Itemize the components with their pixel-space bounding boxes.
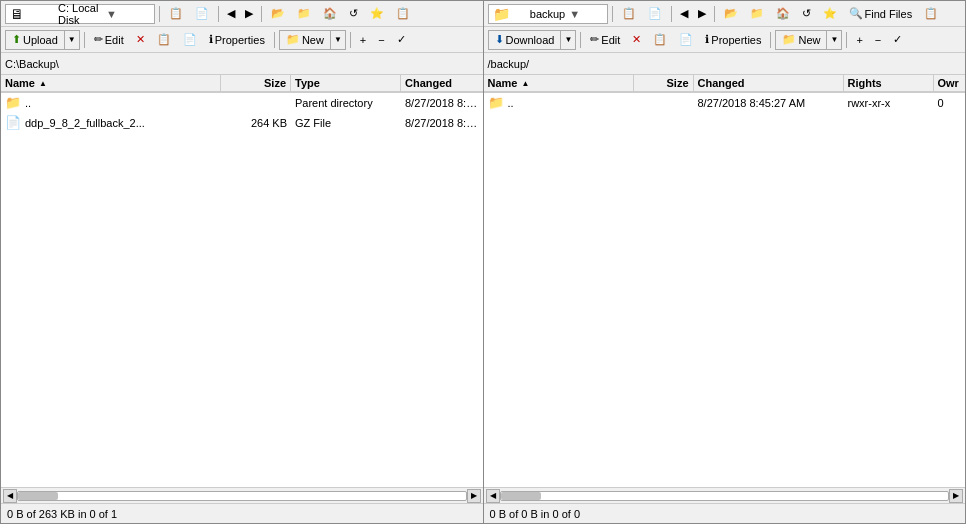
left-row-file1[interactable]: 📄 ddp_9_8_2_fullback_2... 264 KB GZ File… <box>1 113 483 133</box>
right-new-split-btn[interactable]: 📁 New ▼ <box>775 30 842 50</box>
upload-split-btn[interactable]: ⬆ Upload ▼ <box>5 30 80 50</box>
left-delete-btn[interactable]: ✕ <box>131 30 150 50</box>
right-copy3-icon: 📋 <box>653 33 667 46</box>
left-scrollbar-h[interactable]: ◀ ▶ <box>1 487 483 503</box>
right-scroll-right[interactable]: ▶ <box>949 489 963 503</box>
left-address-dropdown[interactable]: 🖥 C: Local Disk ▼ <box>5 4 155 24</box>
right-properties-btn[interactable]: ℹ Properties <box>700 30 766 50</box>
left-path-text: C:\Backup\ <box>5 58 59 70</box>
properties-icon: ℹ <box>209 33 213 46</box>
left-refresh-btn[interactable]: ↺ <box>344 4 363 24</box>
left-scroll-left[interactable]: ◀ <box>3 489 17 503</box>
left-col-type[interactable]: Type <box>291 75 401 91</box>
right-edit-icon: ✏ <box>590 33 599 46</box>
right-fwd-btn[interactable]: ▶ <box>694 4 710 24</box>
right-copy2-btn[interactable]: 📋 <box>919 4 943 24</box>
new-main-btn[interactable]: 📁 New <box>279 30 330 50</box>
right-scroll-track[interactable] <box>500 491 950 501</box>
left-scroll-track[interactable] <box>17 491 467 501</box>
left-row-parent[interactable]: 📁 .. Parent directory 8/27/2018 8:44:14 … <box>1 93 483 113</box>
right-checkmark-icon: ✓ <box>893 33 902 46</box>
right-scroll-left[interactable]: ◀ <box>486 489 500 503</box>
download-split-btn[interactable]: ⬇ Download ▼ <box>488 30 577 50</box>
paste-icon: 📄 <box>195 7 209 20</box>
right-paste-btn[interactable]: 📄 <box>643 4 667 24</box>
left-newfolder-btn[interactable]: 📁 <box>292 4 316 24</box>
right-cell-changed-0: 8/27/2018 8:45:27 AM <box>694 96 844 110</box>
local-disk-icon: 🖥 <box>10 6 54 22</box>
right-copy-btn[interactable]: 📋 <box>617 4 641 24</box>
right-address-arrow: ▼ <box>569 8 602 20</box>
left-col-changed[interactable]: Changed <box>401 75 483 91</box>
file1-name: ddp_9_8_2_fullback_2... <box>25 117 145 129</box>
left-paste-btn[interactable]: 📄 <box>190 4 214 24</box>
right-refresh-btn[interactable]: ↺ <box>797 4 816 24</box>
home-icon: 🏠 <box>323 7 337 20</box>
right-folder-btn[interactable]: 📂 <box>719 4 743 24</box>
right-scrollbar-h[interactable]: ◀ ▶ <box>484 487 966 503</box>
right-panel: 📁 backup ▼ 📋 📄 ◀ ▶ <box>484 0 967 524</box>
left-paste2-btn[interactable]: 📄 <box>178 30 202 50</box>
left-bookmark-btn[interactable]: ⭐ <box>365 4 389 24</box>
left-checkmark-btn[interactable]: ✓ <box>392 30 411 50</box>
new-label: New <box>302 34 324 46</box>
left-folder-btn[interactable]: 📂 <box>266 4 290 24</box>
right-col-size[interactable]: Size <box>634 75 694 91</box>
right-properties-label: Properties <box>711 34 761 46</box>
left-copy2-btn[interactable]: 📋 <box>391 4 415 24</box>
left-scroll-right[interactable]: ▶ <box>467 489 481 503</box>
left-col-name[interactable]: Name ▲ <box>1 75 221 91</box>
right-col-owner[interactable]: Owr <box>934 75 966 91</box>
right-delete-btn[interactable]: ✕ <box>627 30 646 50</box>
left-home-btn[interactable]: 🏠 <box>318 4 342 24</box>
right-plus-btn[interactable]: + <box>851 30 867 50</box>
right-home-btn[interactable]: 🏠 <box>771 4 795 24</box>
left-plus-btn[interactable]: + <box>355 30 371 50</box>
left-back-btn[interactable]: ◀ <box>223 4 239 24</box>
upload-arrow-btn[interactable]: ▼ <box>64 30 80 50</box>
new-arrow-btn[interactable]: ▼ <box>330 30 346 50</box>
left-fwd-btn[interactable]: ▶ <box>241 4 257 24</box>
right-find-icon: 🔍 <box>849 7 863 20</box>
left-minus-btn[interactable]: − <box>373 30 389 50</box>
left-copy-btn[interactable]: 📋 <box>164 4 188 24</box>
left-edit-btn[interactable]: ✏ Edit <box>89 30 129 50</box>
right-action-toolbar: ⬇ Download ▼ ✏ Edit ✕ 📋 📄 <box>484 27 966 53</box>
right-paste2-btn[interactable]: 📄 <box>674 30 698 50</box>
left-properties-btn[interactable]: ℹ Properties <box>204 30 270 50</box>
right-col-changed[interactable]: Changed <box>694 75 844 91</box>
new-split-btn[interactable]: 📁 New ▼ <box>279 30 346 50</box>
right-new-main-btn[interactable]: 📁 New <box>775 30 826 50</box>
right-find-btn[interactable]: 🔍 Find Files <box>844 4 918 24</box>
right-scroll-thumb[interactable] <box>501 492 541 500</box>
right-back-btn[interactable]: ◀ <box>676 4 692 24</box>
edit-icon: ✏ <box>94 33 103 46</box>
right-status-bar: 0 B of 0 B in 0 of 0 <box>484 503 966 523</box>
left-copy3-btn[interactable]: 📋 <box>152 30 176 50</box>
right-cell-size-0 <box>634 102 694 104</box>
download-main-btn[interactable]: ⬇ Download <box>488 30 561 50</box>
right-col-rights[interactable]: Rights <box>844 75 934 91</box>
right-edit-btn[interactable]: ✏ Edit <box>585 30 625 50</box>
right-col-name[interactable]: Name ▲ <box>484 75 634 91</box>
right-address-dropdown[interactable]: 📁 backup ▼ <box>488 4 608 24</box>
left-delete-icon: ✕ <box>136 33 145 46</box>
left-scroll-thumb[interactable] <box>18 492 58 500</box>
right-row-parent[interactable]: 📁 .. 8/27/2018 8:45:27 AM rwxr-xr-x 0 <box>484 93 966 113</box>
right-new-arrow-btn[interactable]: ▼ <box>826 30 842 50</box>
left-status-text: 0 B of 263 KB in 0 of 1 <box>7 508 117 520</box>
left-col-size[interactable]: Size <box>221 75 291 91</box>
right-copy3-btn[interactable]: 📋 <box>648 30 672 50</box>
left-cell-name-0: 📁 .. <box>1 94 221 111</box>
ftp-folder-icon: 📁 <box>493 6 526 22</box>
right-newfolder-btn[interactable]: 📁 <box>745 4 769 24</box>
right-cell-owner-0: 0 <box>934 96 966 110</box>
left-path-bar: C:\Backup\ <box>1 53 483 75</box>
right-bookmark-btn[interactable]: ⭐ <box>818 4 842 24</box>
download-label: Download <box>506 34 555 46</box>
right-minus-btn[interactable]: − <box>870 30 886 50</box>
upload-main-btn[interactable]: ⬆ Upload <box>5 30 64 50</box>
gz-file-icon: 📄 <box>5 115 21 130</box>
download-arrow-btn[interactable]: ▼ <box>560 30 576 50</box>
right-checkmark-btn[interactable]: ✓ <box>888 30 907 50</box>
